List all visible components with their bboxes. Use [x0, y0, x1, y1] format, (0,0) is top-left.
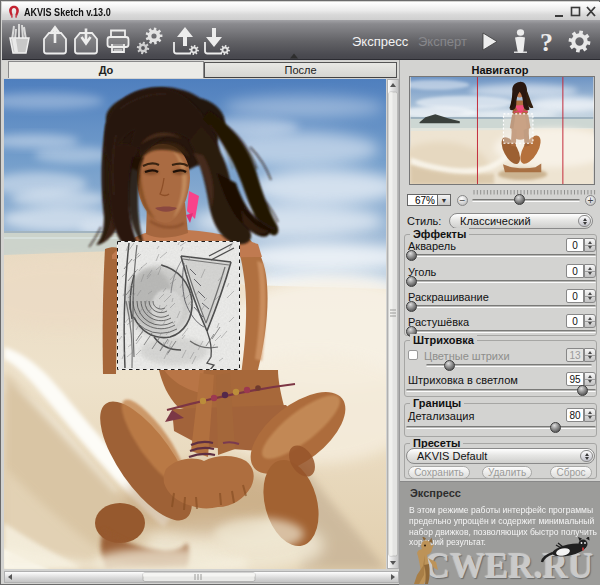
svg-text:?: ?	[540, 28, 553, 57]
